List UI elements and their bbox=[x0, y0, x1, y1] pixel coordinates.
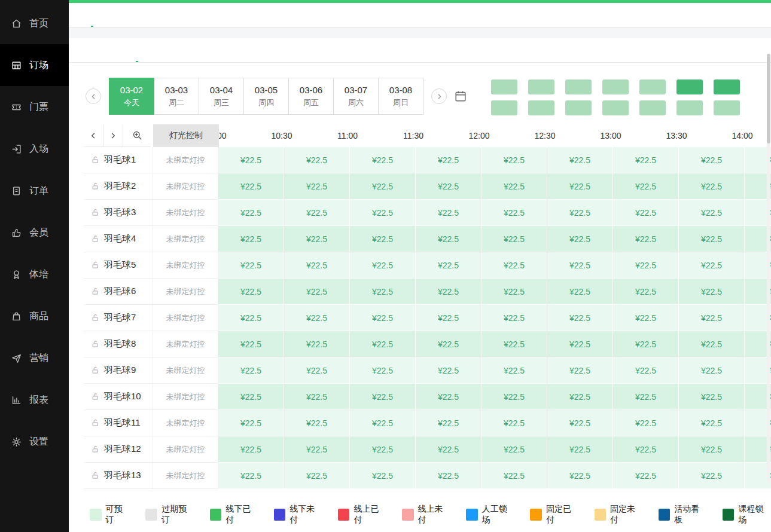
price-cell[interactable]: ¥22.5 bbox=[547, 384, 613, 410]
price-cell[interactable]: ¥22.5 bbox=[284, 384, 350, 410]
unlock-icon[interactable] bbox=[91, 287, 100, 296]
price-cell[interactable]: ¥22.5 bbox=[416, 200, 482, 226]
calendar-icon[interactable] bbox=[454, 90, 467, 105]
date-card[interactable]: 03-07 周六 bbox=[333, 78, 379, 115]
price-cell[interactable]: ¥22.5 bbox=[218, 147, 284, 173]
unlock-icon[interactable] bbox=[91, 182, 100, 191]
action-button[interactable] bbox=[491, 100, 517, 115]
price-cell[interactable]: ¥22.5 bbox=[416, 357, 482, 384]
price-cell[interactable]: ¥22.5 bbox=[284, 252, 350, 279]
price-cell[interactable]: ¥22.5 bbox=[350, 147, 416, 173]
price-cell[interactable]: ¥22.5 bbox=[218, 410, 284, 436]
price-cell[interactable]: ¥22.5 bbox=[613, 305, 679, 331]
price-cell[interactable]: ¥22.5 bbox=[350, 463, 416, 489]
price-cell[interactable]: ¥22.5 bbox=[416, 252, 482, 279]
price-cell[interactable]: ¥22.5 bbox=[350, 331, 416, 357]
price-cell[interactable]: ¥22.5 bbox=[613, 357, 679, 384]
price-cell[interactable]: ¥22.5 bbox=[547, 305, 613, 331]
action-button[interactable] bbox=[714, 80, 740, 94]
tab[interactable] bbox=[136, 38, 138, 62]
price-cell[interactable]: ¥22.5 bbox=[284, 410, 350, 436]
scroll-left-button[interactable] bbox=[84, 124, 103, 146]
price-cell[interactable]: ¥22.5 bbox=[350, 357, 416, 384]
price-cell[interactable]: ¥22.5 bbox=[284, 279, 350, 305]
price-cell[interactable]: ¥22.5 bbox=[547, 147, 613, 173]
price-cell[interactable]: ¥22.5 bbox=[350, 384, 416, 410]
price-cell[interactable]: ¥22.5 bbox=[284, 147, 350, 173]
price-cell[interactable]: ¥22.5 bbox=[482, 463, 547, 489]
price-cell[interactable]: ¥22.5 bbox=[613, 147, 679, 173]
price-cell[interactable]: ¥22.5 bbox=[547, 410, 613, 436]
price-cell[interactable]: ¥22.5 bbox=[482, 173, 547, 200]
sidebar-item[interactable]: 体培 bbox=[0, 253, 69, 295]
price-cell[interactable]: ¥22.5 bbox=[218, 226, 284, 252]
tab[interactable] bbox=[161, 38, 163, 62]
price-cell[interactable]: ¥22.5 bbox=[679, 463, 745, 489]
price-cell[interactable]: ¥22.5 bbox=[679, 279, 745, 305]
unlock-icon[interactable] bbox=[91, 234, 100, 243]
price-cell[interactable]: ¥22.5 bbox=[482, 357, 547, 384]
date-card[interactable]: 03-02 今天 bbox=[109, 78, 154, 115]
price-cell[interactable]: ¥22.5 bbox=[547, 436, 613, 463]
sidebar-item[interactable]: 会员 bbox=[0, 212, 69, 253]
sidebar-item[interactable]: 门票 bbox=[0, 86, 69, 128]
action-button[interactable] bbox=[602, 80, 629, 94]
price-cell[interactable]: ¥22.5 bbox=[416, 305, 482, 331]
price-cell[interactable]: ¥22.5 bbox=[482, 331, 547, 357]
action-button[interactable] bbox=[676, 100, 703, 115]
price-cell[interactable]: ¥22.5 bbox=[613, 252, 679, 279]
price-cell[interactable]: ¥22.5 bbox=[482, 410, 547, 436]
sidebar-item[interactable]: 首页 bbox=[0, 2, 69, 44]
date-card[interactable]: 03-05 周四 bbox=[243, 78, 289, 115]
sidebar-item[interactable]: 报表 bbox=[0, 379, 69, 421]
price-cell[interactable]: ¥22.5 bbox=[679, 436, 745, 463]
sidebar-item[interactable]: 订场 bbox=[0, 44, 69, 86]
price-cell[interactable]: ¥22.5 bbox=[416, 410, 482, 436]
sidebar-item[interactable]: 订单 bbox=[0, 170, 69, 212]
price-cell[interactable]: ¥22.5 bbox=[416, 173, 482, 200]
price-cell[interactable]: ¥22.5 bbox=[547, 357, 613, 384]
action-button[interactable] bbox=[602, 100, 629, 115]
unlock-icon[interactable] bbox=[91, 366, 100, 375]
price-cell[interactable]: ¥22.5 bbox=[482, 436, 547, 463]
price-cell[interactable]: ¥22.5 bbox=[416, 384, 482, 410]
unlock-icon[interactable] bbox=[91, 261, 100, 270]
tab[interactable] bbox=[91, 3, 93, 27]
date-card[interactable]: 03-04 周三 bbox=[199, 78, 244, 115]
price-cell[interactable]: ¥22.5 bbox=[218, 173, 284, 200]
price-cell[interactable]: ¥22.5 bbox=[284, 200, 350, 226]
price-cell[interactable]: ¥22.5 bbox=[218, 357, 284, 384]
unlock-icon[interactable] bbox=[91, 208, 100, 217]
price-cell[interactable]: ¥22.5 bbox=[547, 200, 613, 226]
price-cell[interactable]: ¥22.5 bbox=[613, 226, 679, 252]
price-cell[interactable]: ¥22.5 bbox=[350, 173, 416, 200]
unlock-icon[interactable] bbox=[91, 418, 100, 427]
price-cell[interactable]: ¥22.5 bbox=[679, 384, 745, 410]
date-card[interactable]: 03-08 周日 bbox=[378, 78, 423, 115]
unlock-icon[interactable] bbox=[91, 445, 100, 454]
price-cell[interactable]: ¥22.5 bbox=[218, 305, 284, 331]
price-cell[interactable]: ¥22.5 bbox=[218, 463, 284, 489]
price-cell[interactable]: ¥22.5 bbox=[416, 279, 482, 305]
price-cell[interactable]: ¥22.5 bbox=[547, 279, 613, 305]
sidebar-item[interactable]: 入场 bbox=[0, 128, 69, 170]
price-cell[interactable]: ¥22.5 bbox=[350, 200, 416, 226]
price-cell[interactable]: ¥22.5 bbox=[416, 436, 482, 463]
price-cell[interactable]: ¥22.5 bbox=[482, 147, 547, 173]
price-cell[interactable]: ¥22.5 bbox=[679, 305, 745, 331]
price-cell[interactable]: ¥22.5 bbox=[350, 226, 416, 252]
scrollbar[interactable] bbox=[767, 54, 770, 482]
price-cell[interactable]: ¥22.5 bbox=[218, 252, 284, 279]
price-cell[interactable]: ¥22.5 bbox=[613, 410, 679, 436]
price-cell[interactable]: ¥22.5 bbox=[482, 200, 547, 226]
date-card[interactable]: 03-06 周五 bbox=[288, 78, 334, 115]
price-cell[interactable]: ¥22.5 bbox=[482, 226, 547, 252]
dates-prev-button[interactable] bbox=[86, 88, 101, 104]
price-cell[interactable]: ¥22.5 bbox=[284, 226, 350, 252]
price-cell[interactable]: ¥22.5 bbox=[284, 173, 350, 200]
price-cell[interactable]: ¥22.5 bbox=[679, 331, 745, 357]
action-button[interactable] bbox=[491, 80, 517, 94]
zoom-in-icon[interactable] bbox=[123, 124, 151, 146]
price-cell[interactable]: ¥22.5 bbox=[350, 279, 416, 305]
scroll-right-button[interactable] bbox=[103, 124, 123, 146]
